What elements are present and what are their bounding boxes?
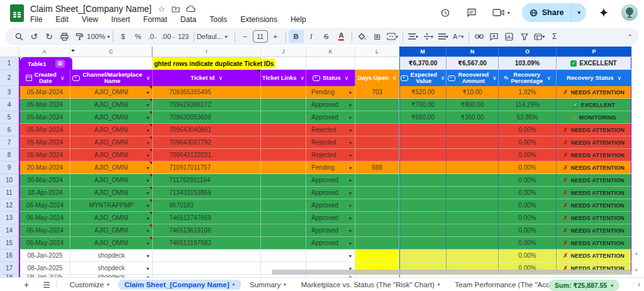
- channel-cell[interactable]: AJIO_OMNI▾: [70, 124, 153, 136]
- status-cell[interactable]: Approved▾: [306, 187, 355, 199]
- row-header-7[interactable]: 7: [0, 136, 19, 149]
- ticket-links-cell[interactable]: [261, 212, 306, 224]
- days-open-cell[interactable]: [355, 99, 399, 111]
- header-channel-marketplace[interactable]: Channel/MarketplaceName∨: [70, 70, 153, 86]
- created-date-cell[interactable]: 06-May-2024: [19, 212, 70, 224]
- status-cell[interactable]: Approved▾: [306, 199, 355, 212]
- summary-expected-value[interactable]: ₹6,370.00: [399, 57, 447, 70]
- row-header-2[interactable]: 2: [0, 70, 19, 86]
- row-header-14[interactable]: 14: [0, 224, 19, 237]
- expected-value-cell[interactable]: [399, 162, 447, 174]
- days-open-cell[interactable]: [355, 212, 399, 224]
- status-cell[interactable]: Approved▾: [306, 99, 355, 111]
- recovery-percentage-cell[interactable]: 0.00%: [499, 250, 557, 262]
- created-date-cell[interactable]: 30-Mar-2024: [19, 174, 70, 187]
- summary-recovered-amount[interactable]: ₹6,567.00: [447, 57, 499, 70]
- dropdown-icon[interactable]: ▾: [349, 89, 352, 95]
- chevron-down-icon[interactable]: ∨: [617, 75, 621, 81]
- row-header-16[interactable]: 16: [0, 250, 19, 262]
- header-expected-value[interactable]: ExpectedValue∨: [399, 70, 447, 86]
- horizontal-align-button[interactable]: ▾: [406, 30, 421, 43]
- insert-link-icon[interactable]: [472, 30, 487, 43]
- recovery-percentage-cell[interactable]: 0.00%: [499, 136, 557, 149]
- ticket-id-cell[interactable]: [153, 262, 261, 275]
- menu-data[interactable]: Data: [180, 15, 196, 24]
- column-header-A[interactable]: A◂▸: [19, 47, 70, 57]
- expected-value-cell[interactable]: [399, 250, 447, 262]
- strikethrough-button[interactable]: S: [319, 30, 334, 43]
- chevron-down-icon[interactable]: ▾: [107, 282, 109, 287]
- bold-button[interactable]: B: [289, 30, 304, 43]
- cell-K1[interactable]: [306, 57, 355, 70]
- table-name-cell[interactable]: Table1∨⊞: [19, 57, 70, 70]
- chevron-down-icon[interactable]: ∨: [60, 75, 65, 81]
- channel-cell[interactable]: AJIO_OMNI▾: [70, 136, 153, 149]
- dropdown-icon[interactable]: ▾: [349, 140, 352, 145]
- dropdown-icon[interactable]: ▾: [147, 165, 149, 170]
- scroll-up-icon[interactable]: ▴: [635, 251, 638, 256]
- column-header-I[interactable]: I: [153, 47, 261, 57]
- column-header-P[interactable]: P: [557, 47, 632, 57]
- ticket-id-cell[interactable]: 746513747669: [153, 212, 261, 224]
- status-cell[interactable]: Approved▾: [306, 237, 355, 250]
- created-date-cell[interactable]: 05-Mar-2024: [19, 149, 70, 162]
- channel-cell[interactable]: AJIO_OMNI▾: [70, 174, 153, 187]
- dropdown-icon[interactable]: ▾: [147, 140, 149, 145]
- zoom-select[interactable]: 100% ▾: [87, 30, 110, 43]
- dropdown-icon[interactable]: ▾: [349, 102, 352, 107]
- expected-value-cell[interactable]: [399, 187, 447, 199]
- days-open-cell[interactable]: 688: [355, 162, 399, 174]
- table1-chip[interactable]: Table1∨⊞: [20, 57, 72, 70]
- summary-recovery-percentage[interactable]: 103.09%: [499, 57, 557, 70]
- column-header-L[interactable]: L: [355, 47, 399, 57]
- menu-help[interactable]: Help: [291, 15, 306, 24]
- chevron-down-icon[interactable]: ∨: [392, 75, 397, 81]
- comments-icon[interactable]: [463, 4, 480, 21]
- borders-icon[interactable]: ⊞: [370, 30, 385, 43]
- recovery-percentage-cell[interactable]: 0.00%: [499, 124, 557, 136]
- channel-cell[interactable]: AJIO_OMNI▾: [70, 162, 153, 174]
- menu-format[interactable]: Format: [143, 15, 167, 24]
- recovery-status-cell[interactable]: ✗NEEDS ATTENTION: [557, 237, 632, 250]
- days-open-cell[interactable]: [355, 224, 399, 237]
- hide-menus-icon[interactable]: ⌃: [628, 33, 633, 40]
- dropdown-icon[interactable]: ▾: [349, 114, 352, 120]
- channel-cell[interactable]: shopdeck▾: [70, 250, 153, 262]
- history-icon[interactable]: [436, 4, 454, 21]
- sheet-tab-4[interactable]: Marketplace vs. Status (The "Risk" Chart…: [295, 280, 447, 290]
- expected-value-cell[interactable]: ₹520.00: [399, 86, 447, 99]
- status-cell[interactable]: Pending▾: [306, 162, 355, 174]
- status-cell[interactable]: Approved▾: [306, 224, 355, 237]
- column-header-K[interactable]: K: [306, 47, 355, 57]
- dropdown-icon[interactable]: ▾: [147, 202, 149, 208]
- ticket-id-cell[interactable]: 709643087792: [153, 136, 261, 149]
- text-rotation-button[interactable]: A↗▾: [451, 30, 466, 43]
- add-sheet-icon[interactable]: +: [24, 280, 29, 290]
- increase-font-size-button[interactable]: +: [268, 30, 283, 43]
- menu-file[interactable]: File: [30, 15, 42, 24]
- dropdown-icon[interactable]: ▾: [147, 215, 149, 221]
- scroll-down-icon[interactable]: ▾: [635, 268, 638, 273]
- channel-cell[interactable]: AJIO_OMNI▾: [70, 99, 153, 111]
- document-title[interactable]: Claim Sheet_[Company Name]: [30, 4, 152, 14]
- menu-extensions[interactable]: Extensions: [240, 15, 277, 24]
- column-header-O[interactable]: O: [499, 47, 557, 57]
- insert-comment-icon[interactable]: [487, 30, 502, 43]
- all-sheets-icon[interactable]: ☰: [43, 280, 50, 290]
- expected-value-cell[interactable]: ₹650.00: [399, 111, 447, 124]
- chevron-down-icon[interactable]: ∨: [218, 75, 223, 81]
- created-date-cell[interactable]: 06-May-2024: [19, 237, 70, 250]
- text-wrap-button[interactable]: ▾: [436, 30, 451, 43]
- column-header-M[interactable]: M: [399, 47, 447, 57]
- row-header-11[interactable]: 11: [0, 187, 19, 199]
- channel-cell[interactable]: AJIO_OMNI▾: [70, 111, 153, 124]
- created-date-cell[interactable]: 18-Apr-2024: [19, 187, 70, 199]
- status-cell[interactable]: Pending▾: [306, 86, 355, 99]
- select-all-corner[interactable]: [0, 47, 19, 57]
- dropdown-icon[interactable]: ▾: [349, 152, 352, 158]
- ticket-id-cell[interactable]: 713433153869: [153, 187, 261, 199]
- dropdown-icon[interactable]: ▾: [349, 177, 352, 183]
- star-icon[interactable]: ☆: [158, 5, 165, 13]
- recovery-status-cell[interactable]: ⚠MONITORING: [557, 111, 632, 124]
- menu-insert[interactable]: Insert: [111, 15, 130, 24]
